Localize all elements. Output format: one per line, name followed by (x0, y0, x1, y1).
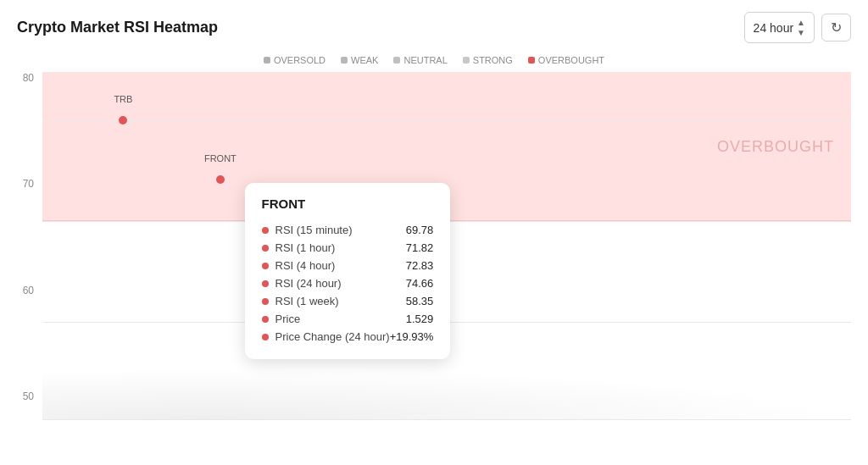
tooltip-dot-rsi-4h (262, 263, 269, 269)
tooltip-dot-rsi-1w (262, 298, 269, 305)
tooltip-value-rsi-4h: 72.83 (406, 259, 434, 272)
tooltip-row-rsi-1w: RSI (1 week) 58.35 (262, 292, 434, 310)
tooltip-label-rsi-24h: RSI (24 hour) (275, 277, 342, 290)
trb-data-point[interactable]: TRB (119, 116, 127, 125)
tooltip-row-rsi-15min: RSI (15 minute) 69.78 (262, 221, 434, 239)
tooltip-value-price: 1.529 (406, 313, 434, 325)
tooltip-row-left-rsi-24h: RSI (24 hour) (262, 277, 342, 290)
trb-label: TRB (114, 94, 132, 104)
y-axis: 80 70 60 50 (0, 72, 39, 428)
legend-label-weak: WEAK (351, 55, 378, 65)
neutral-icon (393, 57, 400, 64)
front-data-point[interactable]: FRONT (216, 175, 225, 184)
tooltip-row-left-price-change: Price Change (24 hour) (262, 330, 390, 343)
grid-line-50 (42, 419, 851, 420)
time-select-label: 24 hour (754, 21, 793, 35)
legend-item-neutral: NEUTRAL (393, 55, 447, 65)
tooltip-dot-rsi-24h (262, 280, 269, 287)
tooltip-label-rsi-1w: RSI (1 week) (275, 295, 339, 307)
legend-label-neutral: NEUTRAL (403, 55, 447, 65)
tooltip-dot-price (262, 316, 269, 323)
chevron-updown-icon: ▲ ▼ (797, 18, 805, 37)
y-label-70: 70 (0, 178, 39, 190)
tooltip-value-rsi-1w: 58.35 (406, 295, 434, 307)
header: Crypto Market RSI Heatmap 24 hour ▲ ▼ ↻ (0, 0, 868, 52)
bottom-gradient (42, 368, 851, 419)
legend-label-oversold: OVERSOLD (274, 55, 326, 65)
tooltip-value-price-change: +19.93% (390, 330, 434, 343)
overbought-icon (528, 57, 535, 64)
tooltip-label-price: Price (275, 313, 301, 325)
refresh-icon: ↻ (831, 19, 842, 36)
legend-label-strong: STRONG (473, 55, 513, 65)
tooltip-row-left-rsi-4h: RSI (4 hour) (262, 259, 336, 272)
tooltip-title: FRONT (262, 197, 434, 211)
tooltip-value-rsi-15min: 69.78 (406, 224, 434, 236)
front-label: FRONT (204, 153, 236, 163)
grid-line-80 (42, 120, 851, 121)
legend: OVERSOLD WEAK NEUTRAL STRONG OVERBOUGHT (0, 52, 868, 72)
tooltip-row-price-change: Price Change (24 hour) +19.93% (262, 328, 434, 346)
y-label-50: 50 (0, 390, 39, 402)
tooltip-row-rsi-1h: RSI (1 hour) 71.82 (262, 239, 434, 257)
tooltip-value-rsi-24h: 74.66 (406, 277, 434, 290)
tooltip-row-left-rsi-1w: RSI (1 week) (262, 295, 339, 307)
tooltip-label-rsi-4h: RSI (4 hour) (275, 259, 336, 272)
tooltip-dot-rsi-1h (262, 245, 269, 252)
legend-item-oversold: OVERSOLD (264, 55, 326, 65)
chart-container: 80 70 60 50 OVERBOUGHT TRB FRONT (0, 72, 868, 428)
tooltip-row-price: Price 1.529 (262, 310, 434, 328)
y-label-60: 60 (0, 285, 39, 296)
legend-item-strong: STRONG (463, 55, 513, 65)
legend-item-weak: WEAK (341, 55, 378, 65)
tooltip-dot-rsi-15min (262, 227, 269, 234)
tooltip-label-price-change: Price Change (24 hour) (275, 330, 390, 343)
overbought-zone-label: OVERBOUGHT (717, 137, 834, 155)
tooltip-row-rsi-4h: RSI (4 hour) 72.83 (262, 257, 434, 274)
tooltip-row-left-price: Price (262, 313, 301, 325)
weak-icon (341, 57, 348, 64)
strong-icon (463, 57, 470, 64)
chart-plot: OVERBOUGHT TRB FRONT FRONT (42, 72, 851, 419)
oversold-icon (264, 57, 270, 64)
tooltip-dot-price-change (262, 334, 269, 340)
y-label-80: 80 (0, 72, 39, 84)
tooltip-label-rsi-1h: RSI (1 hour) (275, 241, 336, 254)
tooltip-row-left-rsi-15min: RSI (15 minute) (262, 224, 353, 236)
refresh-button[interactable]: ↻ (821, 14, 851, 42)
tooltip-value-rsi-1h: 71.82 (406, 241, 434, 254)
tooltip-row-left-rsi-1h: RSI (1 hour) (262, 241, 336, 254)
page-title: Crypto Market RSI Heatmap (17, 19, 218, 36)
legend-item-overbought: OVERBOUGHT (528, 55, 604, 65)
tooltip: FRONT RSI (15 minute) 69.78 RSI (1 hour)… (245, 183, 451, 359)
tooltip-row-rsi-24h: RSI (24 hour) 74.66 (262, 274, 434, 292)
time-select-button[interactable]: 24 hour ▲ ▼ (744, 12, 815, 43)
legend-label-overbought: OVERBOUGHT (538, 55, 604, 65)
tooltip-label-rsi-15min: RSI (15 minute) (275, 224, 353, 236)
header-controls: 24 hour ▲ ▼ ↻ (744, 12, 851, 43)
